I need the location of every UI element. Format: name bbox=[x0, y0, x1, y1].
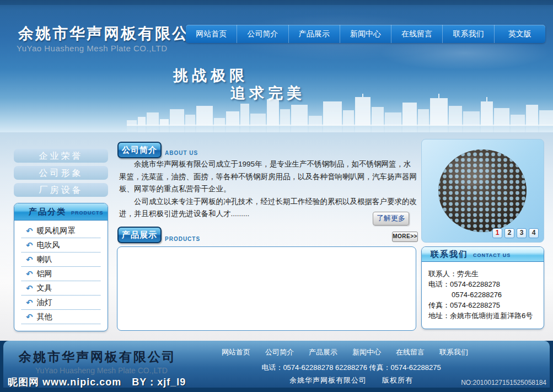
mesh-dome-product-image bbox=[436, 146, 529, 234]
product-category-header: 产品分类 PRODUCTS bbox=[14, 203, 108, 221]
footer-nav-about[interactable]: 公司简介 bbox=[265, 347, 294, 357]
footer-nav-contact[interactable]: 联系我们 bbox=[439, 347, 468, 357]
footer: 余姚市华声网板有限公司 YuYao Huasheng Mesh Plate CO… bbox=[0, 341, 553, 392]
about-text: 余姚市华声网板有限公司成立于1995年，是专业生产不锈钢制品，如不锈钢网篮，水果… bbox=[119, 158, 417, 221]
contact-person-label: 联系人： bbox=[428, 270, 457, 278]
product-slideshow: 1 2 3 4 bbox=[421, 139, 544, 243]
category-label: 铝网 bbox=[37, 269, 52, 279]
sidebar-link-image[interactable]: 公司形象 bbox=[14, 166, 108, 180]
category-label: 喇叭 bbox=[37, 255, 52, 265]
products-section-subtitle: PRODUCTS bbox=[165, 236, 200, 242]
category-item[interactable]: ↶文具 bbox=[22, 281, 100, 296]
category-arrow-icon: ↶ bbox=[26, 241, 33, 249]
contact-phone2-line: 0574-62288276 bbox=[428, 289, 538, 300]
content-area: 企业荣誉 公司形象 厂房设备 产品分类 PRODUCTS ↶暖风机网罩 ↶电吹风… bbox=[0, 132, 553, 341]
contact-phone-label: 电话： bbox=[428, 280, 450, 288]
nav-item-news[interactable]: 新闻中心 bbox=[340, 25, 391, 43]
category-arrow-icon: ↶ bbox=[26, 270, 33, 278]
banner-slogan-line1: 挑战极限 bbox=[173, 66, 248, 85]
category-list: ↶暖风机网罩 ↶电吹风 ↶喇叭 ↶铝网 ↶文具 ↶油灯 ↶其他 bbox=[22, 224, 100, 324]
contact-fax-line: 传真：0574-62288275 bbox=[428, 300, 538, 310]
top-strip bbox=[0, 0, 553, 5]
nipic-watermark: 昵图网 www.nipic.com BY：xjf_l9 bbox=[8, 375, 186, 389]
about-paragraph-1: 余姚市华声网板有限公司成立于1995年，是专业生产不锈钢制品，如不锈钢网篮，水果… bbox=[119, 158, 417, 196]
category-item[interactable]: ↶油灯 bbox=[22, 296, 100, 310]
footer-nav-home[interactable]: 网站首页 bbox=[222, 347, 250, 357]
contact-panel: 联系我们 CONTACT US 联系人：劳先生 电话：0574-62288278… bbox=[421, 246, 544, 329]
product-category-panel: 产品分类 PRODUCTS ↶暖风机网罩 ↶电吹风 ↶喇叭 ↶铝网 ↶文具 ↶油… bbox=[14, 203, 108, 331]
category-label: 其他 bbox=[37, 312, 52, 322]
nav-item-contact[interactable]: 联系我们 bbox=[442, 25, 493, 43]
category-arrow-icon: ↶ bbox=[26, 313, 33, 321]
footer-serial-number: NO:20100127151525058184 bbox=[461, 379, 546, 386]
contact-phone1-value: 0574-62288278 bbox=[450, 280, 500, 288]
footer-nav-message[interactable]: 在线留言 bbox=[396, 347, 425, 357]
contact-title-en: CONTACT US bbox=[473, 250, 511, 258]
category-item[interactable]: ↶电吹风 bbox=[22, 238, 100, 253]
category-label: 文具 bbox=[37, 283, 52, 293]
products-more-button[interactable]: MORE>> bbox=[392, 232, 418, 242]
footer-nav: 网站首页 公司简介 产品展示 新闻中心 在线留言 联系我们 bbox=[222, 347, 481, 357]
category-item[interactable]: ↶暖风机网罩 bbox=[22, 224, 100, 238]
about-paragraph-2: 公司成立以来专注于网板的冲孔技术，经过长期工作经验的累积以及根据客户要求的改进，… bbox=[119, 196, 417, 221]
contact-address-label: 地址： bbox=[428, 312, 450, 320]
footer-nav-news[interactable]: 新闻中心 bbox=[352, 347, 381, 357]
contact-phone2-value: 0574-62288276 bbox=[452, 291, 502, 299]
footer-background: 余姚市华声网板有限公司 YuYao Huasheng Mesh Plate CO… bbox=[3, 341, 550, 388]
contact-fax-label: 传真： bbox=[428, 301, 450, 309]
footer-copyright: 余姚华声网板有限公司 版权所有 bbox=[216, 375, 486, 385]
category-label: 电吹风 bbox=[37, 240, 60, 250]
nav-item-english[interactable]: 英文版 bbox=[494, 25, 545, 43]
category-label: 油灯 bbox=[37, 298, 52, 308]
nav-item-about[interactable]: 公司简介 bbox=[237, 25, 288, 43]
contact-panel-header: 联系我们 CONTACT US bbox=[422, 247, 544, 262]
category-arrow-icon: ↶ bbox=[26, 284, 33, 292]
category-label: 暖风机网罩 bbox=[37, 226, 76, 236]
products-display-box bbox=[117, 246, 416, 331]
about-section-badge[interactable]: 公司简介 bbox=[117, 142, 162, 158]
category-arrow-icon: ↶ bbox=[26, 298, 33, 307]
footer-phone-line: 电话：0574-62288278 62288276 传真：0574-622882… bbox=[216, 363, 486, 373]
slideshow-pager: 1 2 3 4 bbox=[492, 228, 539, 238]
sidebar-link-factory[interactable]: 厂房设备 bbox=[14, 183, 108, 197]
company-logo-en: YuYao Huasheng Mesh Plate CO.,LTD bbox=[17, 44, 168, 53]
contact-address-line: 地址：余姚市低塘街道新洋路6号 bbox=[428, 310, 538, 321]
contact-fax-value: 0574-62288275 bbox=[450, 301, 500, 309]
nav-item-message[interactable]: 在线留言 bbox=[391, 25, 442, 43]
slideshow-page-2[interactable]: 2 bbox=[504, 228, 514, 238]
hero-banner: 余姚市华声网板有限公司 YuYao Huasheng Mesh Plate CO… bbox=[0, 0, 553, 132]
footer-company-en: YuYao Huasheng Mesh Plate CO.,LTD bbox=[35, 366, 168, 375]
product-category-title-cn: 产品分类 bbox=[14, 207, 66, 217]
contact-person-line: 联系人：劳先生 bbox=[428, 269, 538, 279]
category-item[interactable]: ↶喇叭 bbox=[22, 253, 100, 267]
nav-item-home[interactable]: 网站首页 bbox=[186, 25, 237, 43]
footer-nav-products[interactable]: 产品展示 bbox=[309, 347, 337, 357]
slideshow-page-4[interactable]: 4 bbox=[529, 228, 539, 238]
nav-item-products[interactable]: 产品展示 bbox=[288, 25, 340, 43]
slideshow-page-3[interactable]: 3 bbox=[517, 228, 527, 238]
city-skyline-graphic bbox=[127, 94, 553, 132]
page: 余姚市华声网板有限公司 YuYao Huasheng Mesh Plate CO… bbox=[0, 0, 553, 392]
contact-address-value: 余姚市低塘街道新洋路6号 bbox=[450, 312, 533, 320]
about-section-subtitle: ABOUT US bbox=[165, 150, 198, 156]
main-nav: 网站首页 公司简介 产品展示 新闻中心 在线留言 联系我们 英文版 bbox=[186, 25, 545, 43]
category-arrow-icon: ↶ bbox=[26, 227, 33, 235]
contact-phone-line: 电话：0574-62288278 bbox=[428, 279, 538, 289]
contact-person-value: 劳先生 bbox=[457, 270, 479, 278]
footer-company-cn: 余姚市华声网板有限公司 bbox=[19, 348, 176, 366]
sidebar-link-honor[interactable]: 企业荣誉 bbox=[14, 149, 108, 163]
contact-title-cn: 联系我们 bbox=[422, 249, 468, 260]
product-category-title-en: PRODUCTS bbox=[71, 208, 104, 216]
contact-body: 联系人：劳先生 电话：0574-62288278 0574-62288276 传… bbox=[422, 262, 544, 321]
learn-more-button[interactable]: 了解更多 bbox=[373, 212, 409, 225]
slideshow-page-1[interactable]: 1 bbox=[492, 228, 502, 238]
company-logo-cn: 余姚市华声网板有限公司 bbox=[18, 23, 206, 44]
category-item[interactable]: ↶其他 bbox=[22, 310, 100, 324]
products-section-badge[interactable]: 产品展示 bbox=[117, 227, 162, 243]
category-item[interactable]: ↶铝网 bbox=[22, 267, 100, 281]
category-arrow-icon: ↶ bbox=[26, 255, 33, 264]
